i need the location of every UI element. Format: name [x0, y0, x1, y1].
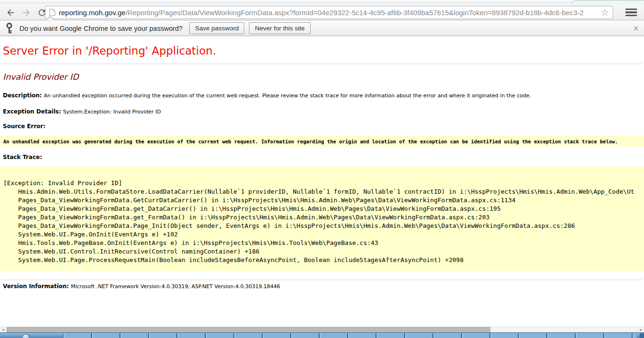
source-error-label: Source Error: — [3, 123, 46, 130]
taskbar-buttons[interactable] — [63, 333, 637, 338]
stack-trace-line: Stack Trace: — [3, 154, 644, 160]
save-password-infobar: Do you want Google Chrome to save your p… — [0, 21, 644, 36]
version-line: Version Information: Microsoft .NET Fram… — [3, 283, 644, 290]
exception-text: System.Exception: Invalid Provider ID — [63, 109, 161, 115]
never-for-site-button[interactable]: Never for this site — [249, 22, 310, 34]
source-error-line: Source Error: — [3, 123, 644, 130]
address-bar[interactable]: reporting.moh.gov.ge/Reporting/Pages/Dat… — [45, 6, 613, 19]
start-orb-icon[interactable] — [22, 334, 29, 338]
url-path: /Reporting/Pages/Data/ViewWorkingFormDat… — [126, 9, 584, 17]
description-text: An unhandled exception occurred during t… — [44, 93, 531, 99]
divider — [1, 280, 643, 280]
divider — [1, 64, 643, 64]
forward-arrow-icon — [21, 8, 31, 18]
browser-window: reporting.moh.gov.ge/Reporting/Pages/Dat… — [0, 0, 644, 338]
horizontal-scrollbar[interactable]: ◂ ▸ — [0, 327, 644, 332]
url-domain: reporting.moh.gov.ge — [59, 9, 126, 17]
error-page-content: Server Error in '/Reporting' Application… — [0, 36, 644, 327]
stack-trace-box: [Exception: Invalid Provider ID] Hmis.Ad… — [0, 167, 644, 271]
bookmark-star-icon[interactable]: ☆ — [601, 8, 609, 17]
infobar-close-icon[interactable]: × — [632, 24, 640, 33]
taskbar[interactable] — [0, 332, 644, 338]
back-button[interactable] — [4, 6, 17, 19]
taskbar-tray-edge — [640, 333, 644, 338]
stack-trace-label: Stack Trace: — [3, 154, 42, 160]
stack-trace-text: [Exception: Invalid Provider ID] Hmis.Ad… — [3, 179, 644, 264]
forward-button[interactable] — [19, 6, 33, 19]
description-label: Description: — [3, 92, 44, 99]
hamburger-icon — [626, 9, 637, 16]
browser-toolbar: reporting.moh.gov.ge/Reporting/Pages/Dat… — [0, 4, 644, 20]
exception-line: Exception Details: System.Exception: Inv… — [3, 109, 644, 115]
version-text: Microsoft .NET Framework Version:4.0.303… — [71, 283, 280, 290]
page-icon[interactable] — [49, 9, 55, 16]
url-text: reporting.moh.gov.ge/Reporting/Pages/Dat… — [59, 9, 599, 17]
key-icon — [6, 23, 13, 34]
chrome-menu-button[interactable] — [625, 8, 637, 17]
tab-remnant[interactable] — [572, 0, 644, 4]
infobar-message: Do you want Google Chrome to save your p… — [19, 25, 183, 32]
tab-strip — [0, 0, 644, 4]
version-label: Version Information: — [3, 283, 71, 290]
source-error-box: An unhandled exception was generated dur… — [0, 136, 644, 147]
description-line: Description: An unhandled exception occu… — [3, 93, 644, 99]
error-title: Server Error in '/Reporting' Application… — [3, 44, 644, 58]
back-arrow-icon — [6, 8, 16, 18]
exception-label: Exception Details: — [3, 108, 63, 115]
error-subtitle: Invalid Provider ID — [3, 72, 644, 83]
save-password-button[interactable]: Save password — [189, 22, 244, 34]
